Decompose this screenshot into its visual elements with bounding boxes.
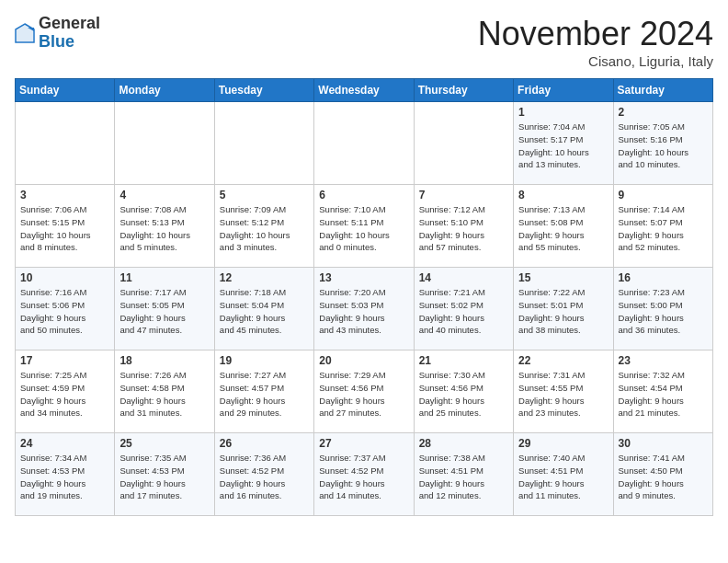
calendar-cell: 5Sunrise: 7:09 AM Sunset: 5:12 PM Daylig…: [214, 185, 313, 268]
day-info: Sunrise: 7:12 AM Sunset: 5:10 PM Dayligh…: [419, 203, 508, 254]
day-number: 18: [119, 354, 209, 367]
calendar-cell: 14Sunrise: 7:21 AM Sunset: 5:02 PM Dayli…: [414, 268, 513, 350]
day-number: 4: [119, 189, 209, 201]
calendar-cell: 6Sunrise: 7:10 AM Sunset: 5:11 PM Daylig…: [314, 185, 414, 268]
calendar-cell: 18Sunrise: 7:26 AM Sunset: 4:58 PM Dayli…: [115, 350, 214, 433]
title-block: November 2024 Cisano, Liguria, Italy: [478, 15, 713, 69]
calendar-cell: 30Sunrise: 7:41 AM Sunset: 4:50 PM Dayli…: [613, 433, 712, 516]
calendar-cell: 26Sunrise: 7:36 AM Sunset: 4:52 PM Dayli…: [214, 433, 313, 516]
calendar-cell: 23Sunrise: 7:32 AM Sunset: 4:54 PM Dayli…: [613, 350, 712, 433]
day-number: 15: [518, 271, 608, 284]
calendar-cell: 22Sunrise: 7:31 AM Sunset: 4:55 PM Dayli…: [514, 350, 613, 433]
calendar-cell: 12Sunrise: 7:18 AM Sunset: 5:04 PM Dayli…: [214, 268, 313, 350]
weekday-header-saturday: Saturday: [613, 79, 712, 102]
calendar-week-1: 1Sunrise: 7:04 AM Sunset: 5:17 PM Daylig…: [16, 102, 713, 185]
day-info: Sunrise: 7:22 AM Sunset: 5:01 PM Dayligh…: [518, 286, 608, 337]
weekday-header-friday: Friday: [514, 79, 613, 102]
day-info: Sunrise: 7:30 AM Sunset: 4:56 PM Dayligh…: [419, 369, 508, 419]
day-info: Sunrise: 7:21 AM Sunset: 5:02 PM Dayligh…: [419, 286, 508, 337]
location: Cisano, Liguria, Italy: [478, 53, 713, 69]
logo-blue: Blue: [39, 32, 74, 51]
day-info: Sunrise: 7:36 AM Sunset: 4:52 PM Dayligh…: [220, 452, 309, 502]
calendar-cell: 10Sunrise: 7:16 AM Sunset: 5:06 PM Dayli…: [16, 268, 115, 350]
day-info: Sunrise: 7:13 AM Sunset: 5:08 PM Dayligh…: [518, 203, 608, 254]
calendar-cell: 20Sunrise: 7:29 AM Sunset: 4:56 PM Dayli…: [314, 350, 414, 433]
calendar-cell: 25Sunrise: 7:35 AM Sunset: 4:53 PM Dayli…: [115, 433, 214, 516]
day-number: 24: [20, 437, 109, 450]
day-number: 28: [419, 437, 508, 450]
day-number: 26: [220, 437, 309, 450]
calendar-week-5: 24Sunrise: 7:34 AM Sunset: 4:53 PM Dayli…: [16, 433, 713, 516]
calendar-week-4: 17Sunrise: 7:25 AM Sunset: 4:59 PM Dayli…: [16, 350, 713, 433]
day-number: 16: [619, 271, 708, 284]
calendar-cell: 16Sunrise: 7:23 AM Sunset: 5:00 PM Dayli…: [613, 268, 712, 350]
day-number: 1: [518, 106, 608, 119]
calendar-week-3: 10Sunrise: 7:16 AM Sunset: 5:06 PM Dayli…: [16, 268, 713, 350]
day-info: Sunrise: 7:41 AM Sunset: 4:50 PM Dayligh…: [619, 452, 708, 502]
day-info: Sunrise: 7:17 AM Sunset: 5:05 PM Dayligh…: [119, 286, 209, 337]
day-number: 27: [319, 437, 408, 450]
day-number: 5: [220, 189, 309, 201]
logo: General Blue: [15, 15, 100, 52]
weekday-header-sunday: Sunday: [16, 79, 115, 102]
day-info: Sunrise: 7:37 AM Sunset: 4:52 PM Dayligh…: [319, 452, 408, 502]
day-info: Sunrise: 7:40 AM Sunset: 4:51 PM Dayligh…: [518, 452, 608, 502]
general-blue-icon: [15, 23, 35, 43]
calendar-cell: 19Sunrise: 7:27 AM Sunset: 4:57 PM Dayli…: [214, 350, 313, 433]
day-number: 3: [20, 189, 109, 201]
month-title: November 2024: [478, 15, 713, 53]
day-number: 9: [619, 189, 708, 201]
day-info: Sunrise: 7:38 AM Sunset: 4:51 PM Dayligh…: [419, 452, 508, 502]
calendar-cell: 24Sunrise: 7:34 AM Sunset: 4:53 PM Dayli…: [16, 433, 115, 516]
day-number: 2: [619, 106, 708, 119]
calendar-cell: [16, 102, 115, 185]
day-info: Sunrise: 7:29 AM Sunset: 4:56 PM Dayligh…: [319, 369, 408, 419]
calendar-header: SundayMondayTuesdayWednesdayThursdayFrid…: [16, 79, 713, 102]
calendar-cell: 7Sunrise: 7:12 AM Sunset: 5:10 PM Daylig…: [414, 185, 513, 268]
day-info: Sunrise: 7:35 AM Sunset: 4:53 PM Dayligh…: [119, 452, 209, 502]
logo-general: General: [39, 14, 100, 32]
day-info: Sunrise: 7:27 AM Sunset: 4:57 PM Dayligh…: [220, 369, 309, 419]
calendar-cell: 3Sunrise: 7:06 AM Sunset: 5:15 PM Daylig…: [16, 185, 115, 268]
calendar-cell: 11Sunrise: 7:17 AM Sunset: 5:05 PM Dayli…: [115, 268, 214, 350]
day-info: Sunrise: 7:26 AM Sunset: 4:58 PM Dayligh…: [119, 369, 209, 419]
weekday-header-tuesday: Tuesday: [214, 79, 313, 102]
calendar-cell: 27Sunrise: 7:37 AM Sunset: 4:52 PM Dayli…: [314, 433, 414, 516]
weekday-header-monday: Monday: [115, 79, 214, 102]
weekday-header-row: SundayMondayTuesdayWednesdayThursdayFrid…: [16, 79, 713, 102]
logo-text: General Blue: [39, 15, 100, 52]
day-info: Sunrise: 7:04 AM Sunset: 5:17 PM Dayligh…: [518, 121, 608, 171]
day-info: Sunrise: 7:20 AM Sunset: 5:03 PM Dayligh…: [319, 286, 408, 337]
day-number: 13: [319, 271, 408, 284]
calendar-cell: 2Sunrise: 7:05 AM Sunset: 5:16 PM Daylig…: [613, 102, 712, 185]
day-info: Sunrise: 7:10 AM Sunset: 5:11 PM Dayligh…: [319, 203, 408, 254]
day-number: 12: [220, 271, 309, 284]
calendar-table: SundayMondayTuesdayWednesdayThursdayFrid…: [15, 78, 713, 516]
day-info: Sunrise: 7:25 AM Sunset: 4:59 PM Dayligh…: [20, 369, 109, 419]
calendar-cell: 29Sunrise: 7:40 AM Sunset: 4:51 PM Dayli…: [514, 433, 613, 516]
day-number: 6: [319, 189, 408, 201]
weekday-header-wednesday: Wednesday: [314, 79, 414, 102]
calendar-cell: 8Sunrise: 7:13 AM Sunset: 5:08 PM Daylig…: [514, 185, 613, 268]
calendar-cell: [115, 102, 214, 185]
day-info: Sunrise: 7:18 AM Sunset: 5:04 PM Dayligh…: [220, 286, 309, 337]
calendar-cell: 1Sunrise: 7:04 AM Sunset: 5:17 PM Daylig…: [514, 102, 613, 185]
day-number: 25: [119, 437, 209, 450]
day-info: Sunrise: 7:09 AM Sunset: 5:12 PM Dayligh…: [220, 203, 309, 254]
day-number: 21: [419, 354, 508, 367]
calendar-cell: [314, 102, 414, 185]
day-number: 20: [319, 354, 408, 367]
day-number: 11: [119, 271, 209, 284]
day-number: 10: [20, 271, 109, 284]
day-info: Sunrise: 7:31 AM Sunset: 4:55 PM Dayligh…: [518, 369, 608, 419]
day-info: Sunrise: 7:32 AM Sunset: 4:54 PM Dayligh…: [619, 369, 708, 419]
calendar-cell: 13Sunrise: 7:20 AM Sunset: 5:03 PM Dayli…: [314, 268, 414, 350]
day-info: Sunrise: 7:06 AM Sunset: 5:15 PM Dayligh…: [20, 203, 109, 254]
day-info: Sunrise: 7:23 AM Sunset: 5:00 PM Dayligh…: [619, 286, 708, 337]
day-info: Sunrise: 7:14 AM Sunset: 5:07 PM Dayligh…: [619, 203, 708, 254]
day-info: Sunrise: 7:34 AM Sunset: 4:53 PM Dayligh…: [20, 452, 109, 502]
day-info: Sunrise: 7:05 AM Sunset: 5:16 PM Dayligh…: [619, 121, 708, 171]
calendar-cell: 4Sunrise: 7:08 AM Sunset: 5:13 PM Daylig…: [115, 185, 214, 268]
calendar-cell: 28Sunrise: 7:38 AM Sunset: 4:51 PM Dayli…: [414, 433, 513, 516]
day-number: 19: [220, 354, 309, 367]
